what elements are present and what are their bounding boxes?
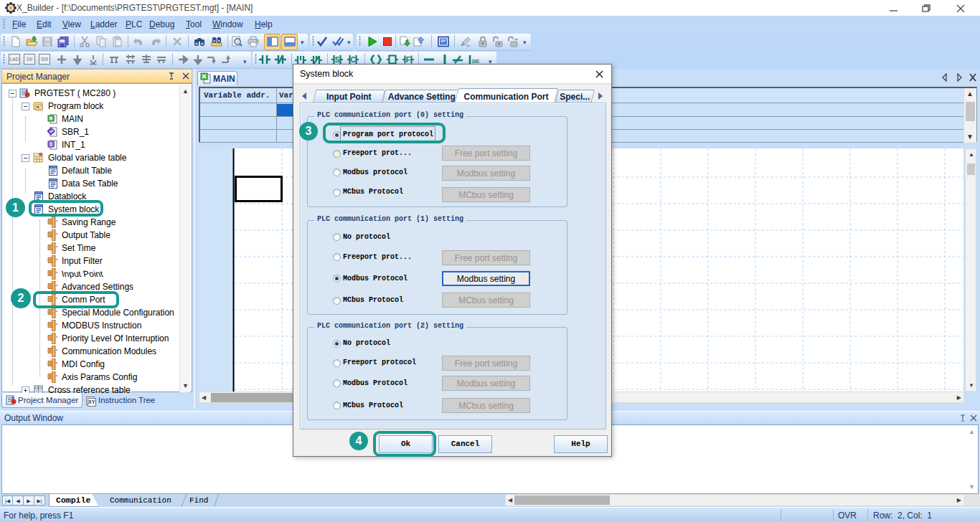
svg-text:F: F bbox=[406, 55, 411, 64]
svg-text:DEL: DEL bbox=[472, 59, 479, 64]
svg-text:XY: XY bbox=[88, 399, 95, 404]
svg-text:S: S bbox=[335, 56, 340, 64]
svg-text:C: C bbox=[350, 56, 355, 64]
